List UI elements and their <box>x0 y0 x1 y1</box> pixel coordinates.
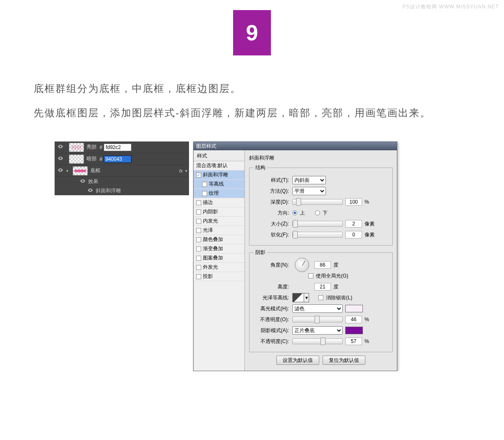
label-size: 大小(Z): <box>254 220 290 228</box>
checkbox-icon[interactable] <box>202 182 207 187</box>
visibility-icon[interactable] <box>58 167 63 174</box>
unit-percent: % <box>365 338 375 344</box>
reset-default-button[interactable]: 复位为默认值 <box>323 356 365 365</box>
style-item-inner-glow[interactable]: 内发光 <box>194 217 244 226</box>
style-select[interactable]: 内斜面 <box>292 176 326 184</box>
visibility-icon[interactable] <box>58 144 63 151</box>
checkbox-antialias[interactable] <box>318 295 323 300</box>
chevron-down-icon[interactable]: ▾ <box>304 293 309 302</box>
layer-row-base[interactable]: ▾ 底框 fx ▾ <box>55 165 189 177</box>
tutorial-instructions: 底框群组分为底框，中底框，底框边图层。 先做底框图层，添加图层样式-斜面浮雕，新… <box>0 76 504 125</box>
checkbox-icon[interactable] <box>202 191 207 196</box>
checkbox-icon[interactable] <box>196 274 201 279</box>
style-item-gradient-overlay[interactable]: 渐变叠加 <box>194 244 244 254</box>
style-label: 外发光 <box>203 264 218 271</box>
visibility-icon[interactable] <box>87 187 93 194</box>
dialog-titlebar[interactable]: 图层样式 <box>194 142 397 150</box>
checkbox-icon[interactable] <box>196 228 201 233</box>
highlight-opacity-slider[interactable] <box>292 317 343 322</box>
checkbox-icon[interactable] <box>196 237 201 242</box>
shadow-opacity-slider[interactable] <box>292 338 343 344</box>
soften-input[interactable] <box>345 231 362 238</box>
unit-px: 像素 <box>365 231 375 238</box>
label-style: 样式(T): <box>254 177 290 184</box>
checkbox-icon[interactable] <box>196 210 201 215</box>
layer-row-shadow[interactable]: 暗部 # <box>55 153 189 165</box>
section-title: 斜面和浮雕 <box>249 155 393 162</box>
effects-label: 效果 <box>88 178 98 185</box>
fx-badge[interactable]: fx <box>179 168 183 173</box>
label-depth: 深度(D): <box>254 199 290 206</box>
size-input[interactable] <box>345 220 362 228</box>
style-item-contour[interactable]: 等高线 <box>194 180 244 189</box>
label-global-light: 使用全局光(G) <box>316 272 348 280</box>
depth-input[interactable] <box>345 198 362 206</box>
style-item-bevel[interactable]: 斜面和浮雕 <box>194 170 244 180</box>
instruction-line-1: 底框群组分为底框，中底框，底框边图层。 <box>34 76 470 101</box>
radio-up[interactable] <box>292 210 297 215</box>
hex-input-highlight[interactable] <box>104 144 131 151</box>
structure-legend: 结构 <box>254 164 267 171</box>
blend-options-label: 混合选项:默认 <box>196 162 228 169</box>
layer-thumbnail[interactable] <box>69 143 84 152</box>
shadow-opacity-input[interactable] <box>345 338 362 345</box>
checkbox-icon[interactable] <box>196 246 201 251</box>
checkbox-icon[interactable] <box>196 256 201 261</box>
layer-thumbnail[interactable] <box>73 166 88 175</box>
label-antialias: 消除锯齿(L) <box>326 294 352 301</box>
expand-caret-icon[interactable]: ▾ <box>66 169 68 173</box>
style-label: 描边 <box>203 199 213 206</box>
style-item-stroke[interactable]: 描边 <box>194 198 244 207</box>
style-label: 内发光 <box>203 217 218 225</box>
gloss-contour-picker[interactable]: ▾ <box>292 293 309 302</box>
visibility-icon[interactable] <box>80 178 86 185</box>
style-label: 纹理 <box>209 190 219 197</box>
shadow-fieldset: 阴影 角度(N): 度 使用全局光(G) 高度: <box>249 249 393 352</box>
checkbox-icon[interactable] <box>196 200 201 205</box>
shadow-color-swatch[interactable] <box>345 327 363 334</box>
checkbox-icon[interactable] <box>196 265 201 270</box>
label-altitude: 高度: <box>254 283 290 291</box>
style-item-color-overlay[interactable]: 颜色叠加 <box>194 235 244 244</box>
blend-options-item[interactable]: 混合选项:默认 <box>194 161 244 170</box>
angle-input[interactable] <box>314 261 331 269</box>
effect-bevel-label: 斜面和浮雕 <box>96 187 121 194</box>
hex-input-shadow[interactable] <box>104 155 131 163</box>
style-item-outer-glow[interactable]: 外发光 <box>194 263 244 272</box>
style-item-pattern-overlay[interactable]: 图案叠加 <box>194 254 244 263</box>
effect-bevel-row[interactable]: 斜面和浮雕 <box>55 186 189 195</box>
style-item-drop-shadow[interactable]: 投影 <box>194 272 244 281</box>
layer-thumbnail[interactable] <box>69 155 84 164</box>
style-label: 颜色叠加 <box>203 236 223 243</box>
highlight-mode-select[interactable]: 滤色 <box>292 304 343 313</box>
checkbox-icon[interactable] <box>196 219 201 224</box>
fx-caret-icon[interactable]: ▾ <box>185 169 187 173</box>
style-label: 渐变叠加 <box>203 245 223 252</box>
style-item-inner-shadow[interactable]: 内阴影 <box>194 207 244 217</box>
label-up: 上 <box>300 210 305 217</box>
styles-header: 样式 <box>194 151 244 161</box>
style-item-satin[interactable]: 光泽 <box>194 226 244 235</box>
visibility-icon[interactable] <box>58 155 63 162</box>
set-default-button[interactable]: 设置为默认值 <box>276 356 319 365</box>
angle-wheel[interactable] <box>295 258 309 272</box>
soften-slider[interactable] <box>292 232 343 238</box>
layer-name: 暗部 <box>87 155 98 162</box>
highlight-opacity-input[interactable] <box>345 316 362 323</box>
checkbox-global-light[interactable] <box>308 273 313 278</box>
size-slider[interactable] <box>292 221 343 227</box>
altitude-input[interactable] <box>314 283 331 291</box>
label-opacity-shadow: 不透明度(C): <box>254 338 290 345</box>
method-select[interactable]: 平滑 <box>292 187 326 195</box>
checkbox-icon[interactable] <box>196 173 201 178</box>
layer-row-highlight[interactable]: 亮部 # <box>55 141 189 153</box>
style-label: 图案叠加 <box>203 254 223 262</box>
label-soften: 软化(F): <box>254 231 290 238</box>
highlight-color-swatch[interactable] <box>345 305 363 312</box>
effects-row[interactable]: 效果 <box>55 177 189 186</box>
depth-slider[interactable] <box>292 199 343 205</box>
radio-down[interactable] <box>315 210 320 215</box>
style-item-texture[interactable]: 纹理 <box>194 189 244 198</box>
shadow-mode-select[interactable]: 正片叠底 <box>292 326 343 335</box>
label-down: 下 <box>323 210 328 217</box>
